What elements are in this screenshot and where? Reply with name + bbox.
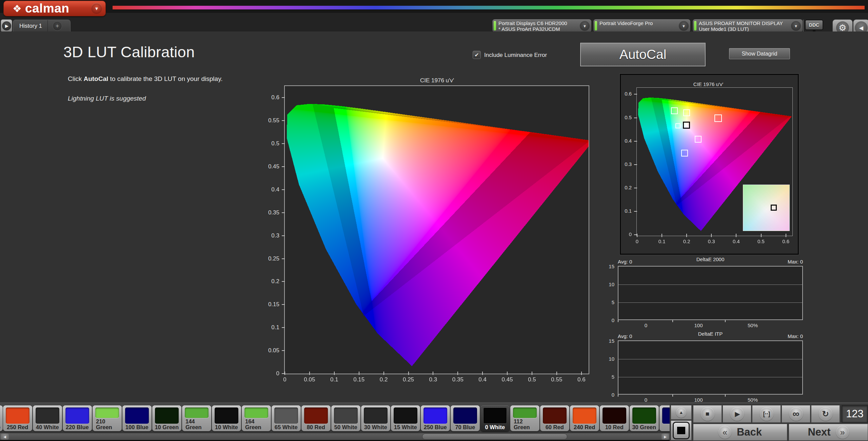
x-tick-label: 0.2 [676, 238, 697, 244]
pattern-swatch[interactable]: 250 Blue [421, 405, 450, 431]
de2000-xlabel: 50% [748, 322, 758, 328]
x-tick [408, 372, 409, 375]
pattern-swatch[interactable]: 100 Blue [122, 405, 152, 431]
x-tick-label: 0.4 [472, 376, 493, 383]
de2000-xdash [672, 320, 673, 322]
pattern-swatch[interactable]: e [0, 405, 3, 431]
check-icon: ✔ [474, 52, 479, 58]
x-tick [507, 372, 508, 375]
swatch-label: 50 White [333, 424, 359, 430]
x-tick-label: 0.4 [726, 238, 746, 244]
swatch-color-patch [513, 407, 537, 418]
measurement-point [683, 122, 690, 129]
cie-small-title: CIE 1976 u'v' [621, 81, 796, 87]
loop-button[interactable]: ↻ [811, 405, 840, 423]
pattern-swatch[interactable]: 50 White [331, 405, 360, 431]
pattern-swatch[interactable]: 60 Red [540, 405, 569, 431]
deitp-ytick: 0 [601, 392, 614, 398]
calman-menu-button[interactable]: ❖ calman ▼ [3, 1, 106, 16]
scrollbar-thumb[interactable] [422, 434, 567, 440]
x-tick [786, 234, 786, 237]
scroll-right-button[interactable]: ▶ [662, 434, 669, 440]
pattern-swatch[interactable]: 210 Green [93, 405, 122, 431]
pattern-swatch[interactable]: 10 Red [600, 405, 629, 431]
y-tick [634, 118, 637, 118]
scroll-left-icon: ◀ [3, 435, 6, 439]
meter-dropdown[interactable]: Portrait Displays C6 HDR2000 * ASUS ProA… [492, 19, 591, 32]
stop-button[interactable]: ■ [693, 405, 722, 423]
autocal-button[interactable]: AutoCal [580, 43, 706, 66]
scroll-left-button[interactable]: ◀ [1, 434, 9, 440]
include-luminance-error-checkbox[interactable]: ✔ [473, 51, 481, 59]
y-tick [634, 211, 637, 212]
x-tick [686, 234, 687, 237]
y-tick-label: 0.35 [256, 209, 279, 216]
single-measure-button[interactable]: [··] [752, 405, 781, 423]
instruction-text: Click AutoCal to calibrate the 3D LUT on… [68, 75, 223, 83]
y-tick-label: 0.2 [608, 185, 632, 190]
pattern-swatch[interactable]: 40 White [33, 405, 62, 431]
pattern-swatch[interactable]: 65 White [272, 405, 301, 431]
swatch-color-patch [394, 407, 417, 424]
pattern-swatch[interactable]: 30 White [361, 405, 390, 431]
de2000-xlabel: 100 [694, 322, 703, 328]
tab-history-1[interactable]: History 1 + [13, 20, 71, 32]
swatch-color-patch [125, 407, 149, 424]
expand-pattern-bar-button[interactable]: ▲ [671, 405, 692, 420]
back-button[interactable]: « Back [693, 424, 787, 441]
swatch-color-patch [603, 407, 626, 424]
swatch-label: 70 Blue [452, 424, 478, 430]
pattern-swatch[interactable]: 30 Green [630, 405, 659, 431]
page-title: 3D LUT Calibration [63, 43, 195, 61]
chevrons-left-icon: « [718, 426, 731, 439]
continuous-measure-button[interactable]: ∞ [782, 405, 810, 423]
play-button[interactable]: ▶ [723, 405, 751, 423]
meter-dropdown-text: Portrait Displays C6 HDR2000 * ASUS ProA… [498, 20, 567, 32]
pattern-swatch[interactable]: 70 Blue [451, 405, 480, 431]
session-play-button[interactable]: ▶ [1, 19, 12, 32]
x-tick-label: 0.45 [497, 376, 517, 383]
pattern-swatch[interactable]: 144 Green [182, 405, 211, 431]
de2000-xlabel: 0 [645, 322, 647, 328]
chevron-down-icon: ▼ [791, 21, 801, 31]
pattern-scrollbar[interactable] [0, 433, 670, 441]
pattern-swatch[interactable]: 0 White [480, 405, 510, 431]
source-dropdown[interactable]: Portrait VideoForge Pro ▼ [593, 19, 690, 32]
pattern-swatch[interactable]: 250 Red [3, 405, 32, 431]
show-datagrid-button[interactable]: Show Datagrid [729, 48, 790, 59]
x-tick [482, 372, 483, 375]
pattern-swatch[interactable]: 164 Green [242, 405, 271, 431]
y-tick [634, 164, 637, 165]
pattern-swatch[interactable]: 240 Red [570, 405, 599, 431]
swatch-label: 15 White [392, 424, 419, 430]
ddc-button[interactable]: DDC [805, 20, 823, 33]
y-tick [282, 97, 285, 98]
y-tick-label: 0.6 [608, 91, 632, 97]
pattern-swatch[interactable]: 10 White [212, 405, 241, 431]
stop-icon: ■ [701, 407, 714, 421]
pattern-swatch[interactable]: 112 Green [510, 405, 539, 431]
pattern-swatch[interactable]: 220 Blue [63, 405, 92, 431]
add-tab-button[interactable]: + [53, 21, 62, 31]
de2000-ytick: 5 [601, 299, 614, 305]
play-icon: ▶ [730, 407, 744, 421]
y-tick [282, 189, 285, 190]
y-tick-label: 0.5 [256, 140, 279, 147]
chevron-up-icon: ▲ [676, 407, 686, 418]
swatch-color-patch [6, 407, 29, 424]
pattern-swatch[interactable]: 80 Red [301, 405, 331, 431]
infinity-icon: ∞ [789, 407, 803, 421]
pattern-swatch[interactable]: 15 White [391, 405, 420, 431]
next-button[interactable]: Next » [789, 424, 868, 441]
x-tick [581, 372, 582, 375]
swatch-label: 250 Red [4, 424, 31, 430]
pattern-window-button[interactable] [671, 420, 692, 440]
deitp-xdash [618, 395, 618, 397]
swatch-label: 144 Green [183, 419, 210, 430]
x-tick-label: 0 [627, 238, 647, 244]
swatch-color-patch [185, 407, 209, 418]
pattern-swatch[interactable]: 10 Green [152, 405, 181, 431]
display-dropdown[interactable]: ASUS PROART MONITOR DISPLAY User Mode1 (… [693, 19, 803, 32]
instruction-bold: AutoCal [83, 75, 108, 82]
deitp-max: Max: 0 [755, 333, 803, 339]
